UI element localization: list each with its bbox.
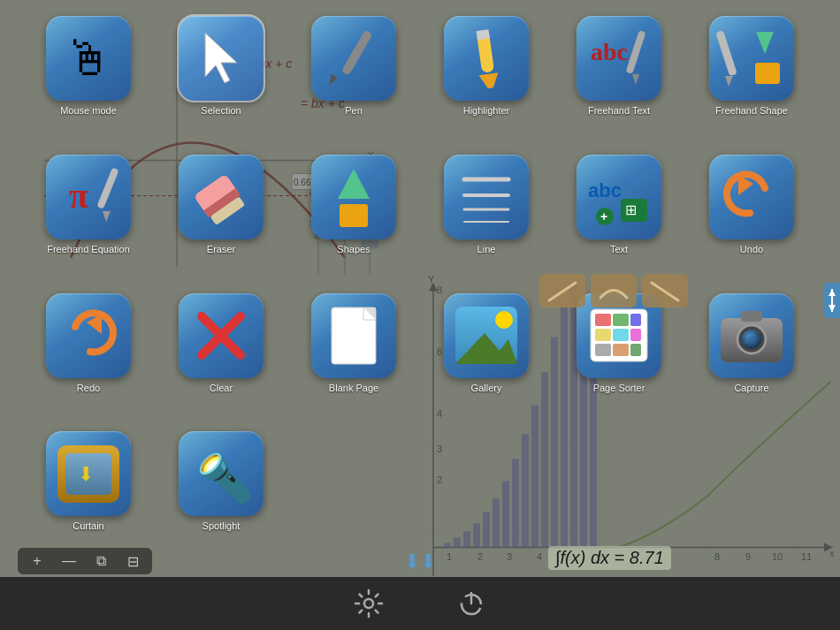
duplicate-page-button[interactable]: ⧉ [88,551,113,571]
svg-rect-109 [332,307,376,364]
clear-icon-bg [179,293,263,378]
svg-marker-90 [103,211,111,222]
svg-marker-83 [632,74,639,85]
svg-line-137 [652,283,678,300]
blank-page-icon[interactable]: Blank Page [292,293,416,423]
page-sorter-svg [584,302,654,368]
freehand-text-icon-bg: abc [577,16,661,101]
blank-page-svg [323,300,385,371]
svg-marker-85 [725,76,733,87]
page-options-button[interactable]: ⊟ [120,551,145,571]
freehand-text-icon[interactable]: abc Freehand Text [557,16,681,146]
text-label: Text [610,244,628,255]
eraser-svg [186,162,256,232]
svg-rect-89 [96,167,118,209]
pen-icon-bg [311,16,396,101]
icons-grid: 🖱 Mouse mode Selection Pen [0,0,840,577]
page-sorter-label: Page Sorter [593,383,645,394]
blank-page-icon-bg [311,293,396,378]
mouse-mode-icon-bg: 🖱 [46,16,131,101]
page-sorter-icon[interactable]: Page Sorter [557,293,681,423]
svg-text:+: + [600,209,607,224]
svg-rect-123 [595,344,611,356]
selection-icon[interactable]: Selection [159,16,283,146]
svg-marker-94 [338,169,370,199]
curtain-svg: ⬇ [53,441,124,507]
blank-page-label: Blank Page [329,383,378,394]
curtain-icon[interactable]: ⬇ Curtain [27,431,150,561]
eraser-icon-bg [179,155,263,239]
svg-rect-121 [613,329,629,341]
clear-icon[interactable]: Clear [159,293,283,423]
svg-line-147 [376,611,378,613]
pen-icon[interactable]: Pen [292,16,416,146]
highlighter-label: Highlighter [463,105,510,117]
curtain-icon-bg: ⬇ [46,431,131,516]
text-icon-bg: abc ⊞ + [577,155,661,239]
svg-line-146 [360,595,363,597]
cursor-svg [196,28,246,88]
shape-opt-diagonal[interactable] [539,274,585,307]
redo-icon[interactable]: Redo [27,293,150,423]
redo-svg [53,300,124,371]
svg-rect-84 [716,30,737,76]
right-edge-indicator[interactable] [824,283,840,318]
capture-svg [716,302,787,368]
svg-point-131 [748,336,755,343]
svg-text:abc: abc [591,38,628,65]
svg-line-148 [376,595,378,597]
eraser-label: Eraser [207,244,235,255]
freehand-shape-label: Freehand Shape [715,105,788,117]
svg-rect-119 [630,314,641,326]
freehand-equation-label: Freehand Equation [47,244,130,255]
svg-marker-86 [756,32,774,54]
settings-button[interactable] [353,588,385,619]
clear-label: Clear [210,383,233,394]
gallery-svg [451,302,522,368]
undo-icon[interactable]: Undo [690,155,813,285]
svg-rect-80 [477,29,490,40]
line-icon[interactable]: Line [424,155,548,285]
svg-text:π: π [69,176,88,216]
selection-label: Selection [201,105,241,117]
svg-marker-77 [326,74,338,87]
svg-text:⬇: ⬇ [78,463,94,485]
add-page-button[interactable]: + [25,551,50,571]
redo-icon-bg [46,293,131,378]
capture-icon-bg [709,293,794,378]
scroll-arrows[interactable]: ⬇⬇ [404,550,436,573]
gallery-label: Gallery [471,383,502,394]
spotlight-label: Spotlight [202,520,241,532]
capture-icon[interactable]: Capture [690,293,813,423]
svg-marker-139 [829,289,836,296]
mouse-mode-icon[interactable]: 🖱 Mouse mode [27,16,150,146]
undo-label: Undo [740,244,763,255]
shapes-icon[interactable]: Shapes [292,155,416,285]
line-svg [451,162,522,232]
svg-point-141 [364,599,373,608]
svg-line-136 [549,283,576,300]
svg-marker-79 [479,72,500,89]
shape-opt-line2[interactable] [642,274,688,307]
eraser-icon[interactable]: Eraser [159,155,283,285]
line-icon-bg [444,155,529,239]
freehand-shape-icon-bg [709,16,794,101]
svg-rect-118 [613,314,629,326]
gallery-icon[interactable]: Gallery [424,293,548,423]
capture-label: Capture [734,383,768,394]
undo-icon-bg [709,155,794,239]
text-svg: abc ⊞ + [584,162,654,232]
power-button[interactable] [455,588,487,619]
highlighter-svg [455,23,517,94]
mini-toolbar: + — ⧉ ⊟ [18,548,152,574]
remove-page-button[interactable]: — [57,551,81,571]
highlighter-icon[interactable]: Highlighter [424,16,548,146]
freehand-equation-icon[interactable]: π Freehand Equation [27,155,150,285]
redo-label: Redo [77,383,100,394]
freehand-shape-icon[interactable]: Freehand Shape [690,16,813,146]
spotlight-icon[interactable]: 🔦 Spotlight [159,431,283,561]
text-icon[interactable]: abc ⊞ + Text [557,155,681,285]
clear-svg [186,300,256,371]
highlighter-icon-bg [444,16,529,101]
shape-opt-curve[interactable] [591,274,637,307]
